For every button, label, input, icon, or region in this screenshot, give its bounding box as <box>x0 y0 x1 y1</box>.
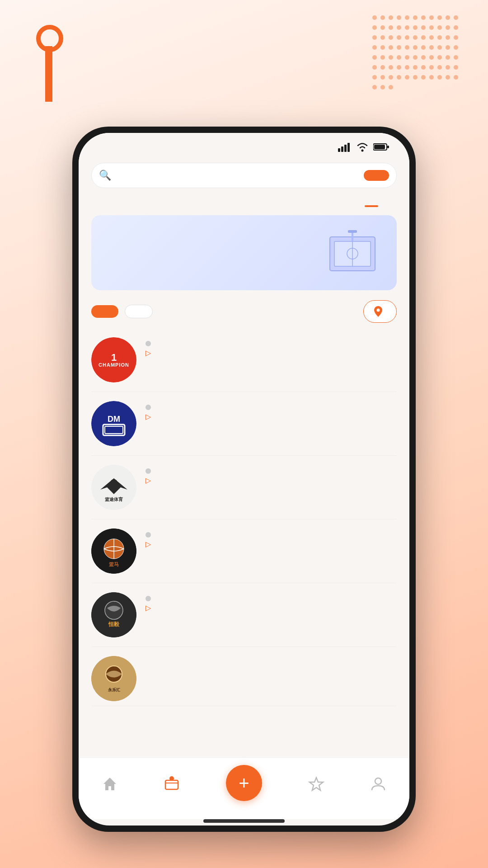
battery-icon <box>373 143 389 151</box>
title-highlight <box>45 46 52 102</box>
tab-bisai[interactable] <box>295 197 346 206</box>
svg-text:篮途体育: 篮途体育 <box>105 496 123 502</box>
search-icon: 🔍 <box>99 170 111 181</box>
tab-guanzhu[interactable] <box>91 197 142 206</box>
svg-text:DM: DM <box>108 415 120 424</box>
venue-addr-4 <box>145 596 397 601</box>
venue-logo-nanjing: 篮马 <box>91 528 136 574</box>
svg-rect-1 <box>341 146 343 152</box>
venue-item-lantu[interactable]: 篮途体育 ▷ <box>91 456 397 519</box>
status-icons <box>338 142 389 152</box>
venue-addr-1 <box>145 405 397 410</box>
banner-illustration <box>321 228 384 278</box>
nav-item-profile[interactable] <box>370 776 386 795</box>
filter-row <box>79 295 409 328</box>
status-bar <box>79 133 409 156</box>
main-page-title <box>45 45 55 103</box>
svg-text:永乐汇: 永乐汇 <box>108 687 121 692</box>
svg-rect-13 <box>348 230 357 233</box>
svg-text:篮马: 篮马 <box>109 561 119 567</box>
venue-logo-lantu: 篮途体育 <box>91 465 136 510</box>
nav-item-home[interactable] <box>102 776 118 795</box>
tab-changguan[interactable] <box>346 197 397 206</box>
venue-item-yongleyuan[interactable]: 永乐汇 <box>91 647 397 706</box>
nav-item-venue[interactable] <box>164 776 180 795</box>
phone-frame: 🔍 <box>72 127 416 832</box>
svg-rect-32 <box>165 780 178 789</box>
search-bar[interactable]: 🔍 <box>91 163 397 188</box>
bottom-nav: + <box>79 757 409 819</box>
nav-item-add[interactable]: + <box>226 765 262 806</box>
bg-dots-decoration: const dotsContainer = document.querySele… <box>371 14 461 95</box>
svg-text:恒毅: 恒毅 <box>108 621 120 627</box>
home-icon <box>102 776 118 792</box>
svg-point-4 <box>361 150 364 152</box>
svg-point-33 <box>169 776 174 781</box>
venue-item-nanjing[interactable]: 篮马 ▷ <box>91 519 397 583</box>
venue-icon <box>164 776 180 792</box>
home-indicator <box>203 819 285 823</box>
tab-saishi[interactable] <box>244 197 295 206</box>
venue-dist-1: ▷ <box>145 412 397 421</box>
filter-favorites-button[interactable] <box>125 305 153 318</box>
venue-addr-2 <box>145 468 397 474</box>
venue-addr-3 <box>145 532 397 538</box>
tab-rebang[interactable] <box>193 197 244 206</box>
venue-dist-0: ▷ <box>145 349 397 357</box>
svg-point-15 <box>96 406 132 442</box>
filter-list-button[interactable] <box>91 305 118 318</box>
profile-icon <box>370 776 386 792</box>
venue-item-dm[interactable]: DM ▷ <box>91 392 397 456</box>
phone-screen: 🔍 <box>79 133 409 826</box>
add-button[interactable]: + <box>226 765 262 801</box>
location-icon <box>374 306 383 317</box>
venue-dist-2: ▷ <box>145 476 397 485</box>
svg-point-14 <box>377 309 380 312</box>
venue-item-champion[interactable]: 1 CHAMPION ▷ <box>91 328 397 392</box>
tab-tuijian[interactable] <box>142 197 193 206</box>
wifi-icon <box>356 142 369 152</box>
svg-rect-2 <box>344 145 347 152</box>
location-button[interactable] <box>363 300 397 323</box>
venue-logo-champion: 1 CHAMPION <box>91 337 136 382</box>
svg-point-34 <box>375 778 381 784</box>
venue-list: 1 CHAMPION ▷ <box>79 328 409 757</box>
venue-addr-0 <box>145 341 397 346</box>
venue-dist-3: ▷ <box>145 540 397 548</box>
nav-item-career[interactable] <box>308 776 324 795</box>
signal-icon <box>338 142 352 152</box>
svg-rect-6 <box>374 145 385 149</box>
nav-tabs <box>79 193 409 211</box>
search-button[interactable] <box>364 170 389 181</box>
search-area: 🔍 <box>79 156 409 193</box>
svg-point-20 <box>110 479 117 486</box>
venue-item-hengyi[interactable]: 恒毅 ▷ <box>91 583 397 647</box>
venue-dist-4: ▷ <box>145 604 397 612</box>
svg-rect-7 <box>387 146 389 148</box>
banner <box>91 215 397 290</box>
venue-logo-hengyi: 恒毅 <box>91 592 136 637</box>
career-icon <box>308 776 324 792</box>
venue-logo-yongleyuan: 永乐汇 <box>91 656 136 701</box>
svg-rect-0 <box>338 148 340 152</box>
venue-logo-dm: DM <box>91 401 136 446</box>
svg-rect-3 <box>347 143 350 152</box>
